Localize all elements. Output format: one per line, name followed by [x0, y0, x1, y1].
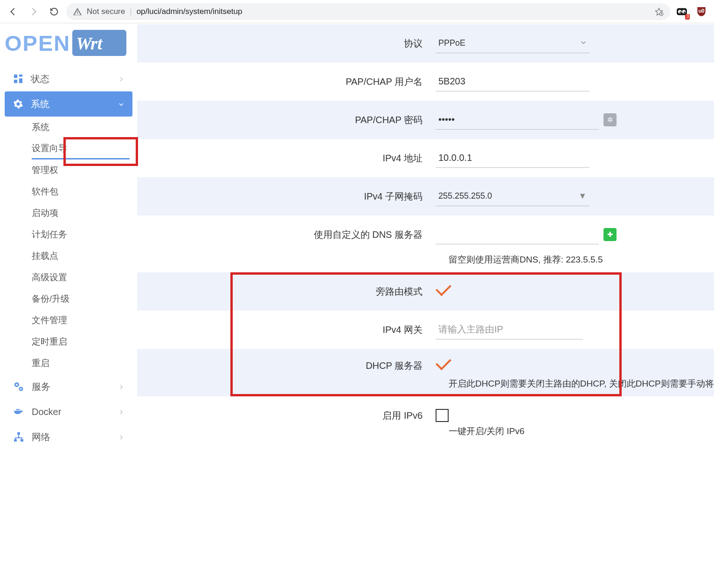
- extension-ublock-icon[interactable]: u0: [693, 4, 709, 20]
- password-input[interactable]: [436, 110, 599, 130]
- extension-1-icon[interactable]: 3: [674, 4, 690, 20]
- nav-network[interactable]: 网络: [5, 424, 132, 450]
- nav-services-label: 服务: [32, 380, 50, 393]
- sub-files[interactable]: 文件管理: [32, 310, 132, 331]
- row-netmask: IPv4 子网掩码 255.255.255.0 ▼: [137, 177, 714, 215]
- row-ipv4: IPv4 地址: [137, 139, 714, 177]
- nav-network-label: 网络: [32, 431, 50, 443]
- gears-icon: [13, 381, 24, 392]
- ipv6-help: 一键开启/关闭 IPv6: [137, 425, 714, 444]
- nav-docker[interactable]: Docker: [5, 399, 132, 424]
- row-protocol: 协议 PPPoE: [137, 24, 714, 62]
- nav-services[interactable]: 服务: [5, 374, 132, 399]
- chevron-right-icon: [118, 432, 124, 443]
- sub-system[interactable]: 系统: [32, 117, 132, 138]
- dhcp-label: DHCP 服务器: [137, 360, 436, 372]
- logo-wrt-box: Wrt: [72, 30, 126, 56]
- row-password: PAP/CHAP 密码 ✲: [137, 101, 714, 139]
- chevron-right-icon: [118, 407, 124, 417]
- svg-point-15: [20, 388, 22, 390]
- side-mode-label: 旁路由模式: [137, 285, 436, 298]
- row-dhcp: DHCP 服务器: [137, 349, 714, 378]
- svg-rect-23: [21, 439, 23, 442]
- row-side-mode: 旁路由模式: [137, 272, 714, 311]
- browser-bar: Not secure | op/luci/admin/system/initse…: [0, 0, 714, 23]
- url-bar[interactable]: Not secure | op/luci/admin/system/initse…: [66, 3, 670, 20]
- reload-button[interactable]: [46, 3, 62, 20]
- svg-text:u0: u0: [699, 8, 705, 14]
- logo-open-text: OPEN: [5, 30, 70, 56]
- nav-status[interactable]: 状态: [5, 66, 132, 91]
- chevron-down-icon: [118, 99, 124, 110]
- sidebar: OPEN Wrt 状态 系统 系统 设置向导 管理权: [0, 23, 137, 456]
- side-mode-checkbox[interactable]: [436, 283, 452, 300]
- dns-input[interactable]: [436, 225, 599, 244]
- grid-icon: [13, 74, 23, 84]
- svg-rect-20: [18, 409, 20, 410]
- url-text: op/luci/admin/system/initsetup: [137, 7, 650, 16]
- chevron-right-icon: [118, 74, 124, 84]
- nav-system[interactable]: 系统: [5, 91, 132, 117]
- ipv4-label: IPv4 地址: [137, 152, 436, 165]
- nav-status-label: 状态: [31, 73, 49, 85]
- ipv6-enable-label: 启用 IPv6: [137, 409, 436, 422]
- logo: OPEN Wrt: [5, 30, 125, 56]
- sub-backup[interactable]: 备份/升级: [32, 288, 132, 310]
- chevron-right-icon: [118, 381, 124, 392]
- highlighted-group: 旁路由模式 IPv4 网关 DHCP 服务器 开启此DHCP则需要关闭主路由的D…: [137, 272, 714, 396]
- nav-docker-label: Docker: [32, 407, 61, 417]
- protocol-select[interactable]: PPPoE: [436, 34, 589, 53]
- dns-label: 使用自定义的 DNS 服务器: [137, 228, 436, 241]
- netmask-label: IPv4 子网掩码: [137, 190, 436, 203]
- svg-rect-9: [19, 75, 22, 77]
- svg-rect-19: [16, 409, 18, 410]
- favorite-icon[interactable]: [654, 7, 664, 16]
- gear-icon: [13, 99, 23, 109]
- content: 协议 PPPoE PAP/CHAP 用户名 PAP/CHAP 密码 ✲: [137, 23, 714, 456]
- caret-down-icon: ▼: [578, 191, 587, 201]
- row-gateway: IPv4 网关: [137, 311, 714, 349]
- network-icon: [13, 431, 24, 443]
- forward-button[interactable]: [25, 3, 42, 20]
- ipv4-input[interactable]: [436, 148, 589, 168]
- dns-add-button[interactable]: ✚: [603, 228, 617, 241]
- sub-mounts[interactable]: 挂载点: [32, 245, 132, 267]
- svg-point-14: [16, 384, 18, 386]
- sub-advanced[interactable]: 高级设置: [32, 267, 132, 288]
- svg-rect-8: [14, 75, 17, 78]
- dhcp-checkbox[interactable]: [436, 357, 452, 374]
- sub-startup[interactable]: 启动项: [32, 202, 132, 224]
- gateway-label: IPv4 网关: [137, 324, 436, 336]
- row-username: PAP/CHAP 用户名: [137, 62, 714, 101]
- netmask-value: 255.255.255.0: [438, 191, 492, 201]
- extension-badge: 3: [685, 14, 690, 20]
- gateway-input[interactable]: [436, 320, 583, 339]
- dns-help: 留空则使用运营商DNS, 推荐: 223.5.5.5: [137, 254, 714, 272]
- svg-rect-11: [14, 80, 17, 83]
- protocol-label: 协议: [137, 37, 436, 50]
- ipv6-checkbox[interactable]: [436, 409, 449, 422]
- svg-text:Wrt: Wrt: [76, 34, 103, 53]
- svg-rect-22: [14, 439, 17, 442]
- sub-reboot[interactable]: 重启: [32, 353, 132, 374]
- row-ipv6: 启用 IPv6: [137, 396, 714, 425]
- username-label: PAP/CHAP 用户名: [137, 76, 436, 88]
- svg-rect-21: [17, 432, 20, 435]
- sub-packages[interactable]: 软件包: [32, 181, 132, 202]
- netmask-select[interactable]: 255.255.255.0 ▼: [436, 187, 589, 206]
- row-dns: 使用自定义的 DNS 服务器 ✚: [137, 215, 714, 254]
- svg-point-5: [684, 11, 685, 13]
- sub-wizard[interactable]: 设置向导: [32, 138, 130, 159]
- sub-admin[interactable]: 管理权: [32, 159, 132, 181]
- protocol-value: PPPoE: [438, 38, 465, 48]
- svg-point-4: [679, 11, 681, 13]
- nav-system-label: 系统: [31, 98, 49, 111]
- username-input[interactable]: [436, 72, 589, 91]
- secure-label: Not secure: [87, 7, 125, 16]
- password-reveal-button[interactable]: ✲: [603, 113, 617, 126]
- dhcp-help: 开启此DHCP则需要关闭主路由的DHCP, 关闭此DHCP则需要手动将: [137, 378, 714, 390]
- svg-rect-10: [19, 78, 22, 83]
- back-button[interactable]: [5, 3, 21, 20]
- sub-scheduled[interactable]: 计划任务: [32, 224, 132, 245]
- sub-reboot-timer[interactable]: 定时重启: [32, 331, 132, 353]
